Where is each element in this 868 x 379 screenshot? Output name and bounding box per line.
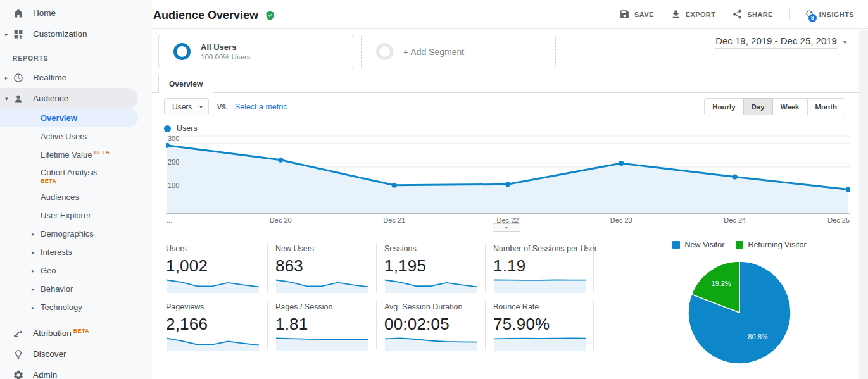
sidebar-item-geo[interactable]: ▸Geo [0, 261, 152, 280]
sidebar-divider [0, 320, 152, 320]
action-label: SHARE [747, 11, 773, 18]
realtime-icon [13, 72, 24, 84]
sidebar-item-realtime[interactable]: ▸Realtime [0, 67, 152, 88]
sidebar-item-audiences[interactable]: Audiences [0, 188, 152, 206]
metric-label: Avg. Session Duration [384, 302, 479, 311]
sidebar-item-admin[interactable]: Admin [0, 364, 152, 379]
sidebar-item-technology[interactable]: ▸Technology [0, 298, 152, 316]
sidebar-item-label: AttributionBETA [33, 328, 89, 338]
action-label: SAVE [634, 11, 654, 18]
metric-controls: Users ▾ VS. Select a metric [164, 98, 287, 115]
sidebar-item-label: Audience [33, 94, 68, 103]
sidebar-item-label: Overview [41, 113, 77, 123]
metric-label: New Users [275, 244, 370, 253]
date-range-picker[interactable]: Dec 19, 2019 - Dec 25, 2019 ▾ [715, 35, 846, 49]
sidebar-item-label: Realtime [33, 73, 66, 82]
metric-label: Bounce Rate [493, 302, 587, 311]
metric-label: Pageviews [166, 302, 261, 311]
metric-card-bounce-rate[interactable]: Bounce Rate75.90% [485, 301, 594, 350]
audience-icon [13, 93, 24, 104]
sidebar-gap [0, 44, 152, 49]
primary-metric-dropdown[interactable]: Users ▾ [164, 98, 209, 115]
granularity-day-button[interactable]: Day [743, 98, 773, 115]
metric-card-pages-session[interactable]: Pages / Session1.81 [267, 301, 376, 350]
metric-label: Pages / Session [275, 302, 370, 311]
metric-card-sessions[interactable]: Sessions1,195 [376, 243, 485, 292]
metric-card-new-users[interactable]: New Users863 [267, 243, 376, 292]
header-actions: SAVEEXPORTSHARE8INSIGHTS [603, 9, 854, 20]
sidebar-item-label: Active Users [41, 132, 87, 141]
metric-card-number-of-sessions-per-user[interactable]: Number of Sessions per User1.19 [485, 243, 594, 292]
export-button[interactable]: EXPORT [670, 9, 716, 20]
insights-icon: 8 [804, 9, 815, 20]
sidebar-item-lifetime-value[interactable]: Lifetime ValueBETA [0, 146, 152, 164]
sidebar-item-label: Home [33, 8, 56, 18]
segment-all-users[interactable]: All Users 100.00% Users [158, 35, 353, 68]
pie-legend-new-visitor: New Visitor [672, 240, 724, 249]
granularity-month-button[interactable]: Month [807, 98, 845, 115]
sidebar-item-behavior[interactable]: ▸Behavior [0, 280, 152, 298]
sidebar-item-user-explorer[interactable]: User Explorer [0, 206, 152, 225]
tab-overview[interactable]: Overview [158, 75, 213, 93]
granularity-button-group: HourlyDayWeekMonth [704, 98, 845, 115]
sidebar-item-attribution[interactable]: AttributionBETA [0, 323, 152, 344]
legend-swatch-icon [672, 241, 680, 249]
sidebar-item-demographics[interactable]: ▸Demographics [0, 225, 152, 243]
metric-card-pageviews[interactable]: Pageviews2,166 [158, 301, 267, 350]
add-segment-button[interactable]: + Add Segment [361, 35, 556, 68]
sparkline-chart [384, 278, 478, 294]
sidebar-item-label: Admin [33, 370, 57, 379]
beta-badge: BETA [41, 178, 56, 184]
metric-value: 1.81 [275, 314, 370, 334]
add-segment-label: + Add Segment [403, 47, 464, 57]
sidebar-item-label: Technology [41, 302, 82, 312]
sparkline-chart [384, 337, 478, 352]
insights-button[interactable]: 8INSIGHTS [789, 9, 854, 20]
discover-icon [13, 349, 24, 360]
metric-value: 1,002 [166, 256, 261, 276]
sidebar-item-audience[interactable]: ▾Audience [0, 88, 138, 109]
granularity-week-button[interactable]: Week [772, 98, 808, 115]
sidebar-item-cohort-analysis[interactable]: Cohort AnalysisBETA [0, 164, 152, 188]
attribution-icon [13, 328, 24, 339]
metric-card-avg-session-duration[interactable]: Avg. Session Duration00:02:05 [376, 301, 485, 350]
vs-label: VS. [217, 103, 228, 111]
svg-text:100: 100 [168, 182, 179, 189]
sidebar-item-discover[interactable]: Discover [0, 344, 152, 364]
svg-text:Dec 24: Dec 24 [724, 216, 746, 224]
sidebar-item-overview[interactable]: Overview [0, 109, 138, 127]
metric-value: 1.19 [493, 256, 587, 276]
insights-count-badge: 8 [808, 14, 817, 22]
sidebar-item-label: Customization [33, 29, 87, 39]
sidebar: Home▸CustomizationREPORTS▸Realtime▾Audie… [0, 0, 152, 379]
sidebar-item-label: Demographics [41, 229, 94, 239]
save-icon [619, 9, 630, 20]
share-icon [732, 9, 743, 20]
sparkline-chart [166, 337, 260, 352]
share-button[interactable]: SHARE [732, 9, 773, 20]
sidebar-item-interests[interactable]: ▸Interests [0, 243, 152, 261]
metric-label: Sessions [384, 244, 479, 253]
export-icon [670, 9, 681, 20]
svg-text:Dec 25: Dec 25 [827, 216, 850, 224]
legend-swatch-icon [736, 241, 743, 249]
select-a-metric-link[interactable]: Select a metric [235, 103, 287, 111]
sidebar-item-active-users[interactable]: Active Users [0, 127, 152, 146]
sidebar-item-customization[interactable]: ▸Customization [0, 23, 152, 44]
users-over-time-chart[interactable]: 100200300…Dec 20Dec 21Dec 22Dec 23Dec 24… [166, 135, 850, 227]
verified-shield-icon [265, 10, 275, 21]
annotations-toggle[interactable]: ▾ [493, 223, 520, 232]
save-button[interactable]: SAVE [619, 9, 654, 20]
visitor-type-pie-chart[interactable]: 80.8%19.2% [686, 259, 793, 366]
pie-chart-svg: 80.8%19.2% [686, 259, 793, 366]
legend-label: Users [177, 124, 198, 133]
customization-icon [13, 28, 24, 40]
pie-legend: New VisitorReturning Visitor [670, 240, 809, 249]
granularity-hourly-button[interactable]: Hourly [704, 98, 743, 115]
metric-card-users[interactable]: Users1,002 [158, 243, 267, 292]
chevron-down-icon: ▾ [5, 96, 13, 102]
metric-label: Users [166, 244, 261, 253]
svg-text:Dec 20: Dec 20 [270, 216, 292, 224]
chevron-right-icon: ▸ [32, 231, 35, 237]
sidebar-item-home[interactable]: Home [0, 3, 152, 23]
